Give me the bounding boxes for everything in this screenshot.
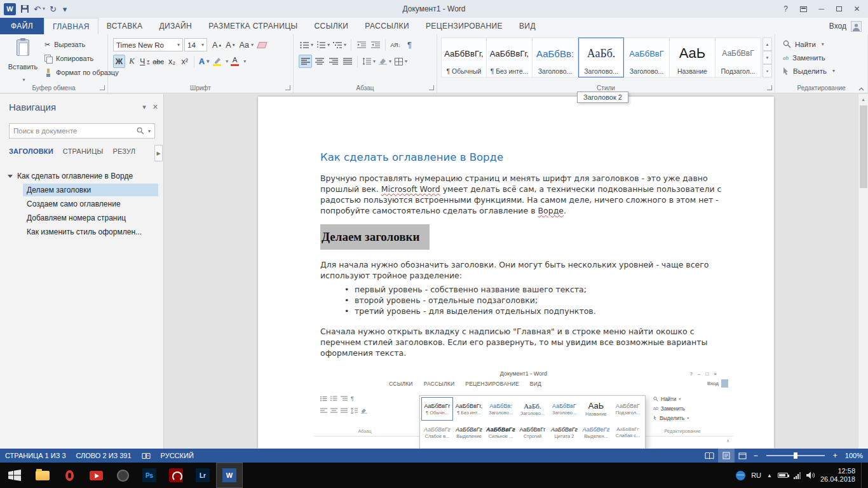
web-layout-icon[interactable]	[735, 449, 751, 463]
chevron-down-icon[interactable]: ▾	[177, 42, 180, 48]
ribbon-tab[interactable]: ВИД	[511, 18, 544, 34]
ribbon-tab[interactable]: РАЗМЕТКА СТРАНИЦЫ	[200, 18, 306, 34]
line-spacing-button[interactable]: ▾	[361, 55, 377, 68]
tree-root-item[interactable]: Как сделать оглавление в Ворде	[0, 169, 163, 184]
photoshop-icon[interactable]: Ps	[136, 463, 163, 488]
tree-item[interactable]: Добавляем номера страниц	[23, 212, 158, 224]
zoom-level[interactable]: 100%	[840, 449, 868, 463]
clear-formatting-button[interactable]	[256, 38, 268, 51]
tree-item[interactable]: Как изменить стиль оформлен...	[23, 226, 158, 238]
subscript-button[interactable]: x₂	[166, 55, 178, 68]
text-effects-button[interactable]: А▾	[198, 55, 210, 68]
style-item[interactable]: АаБбВвГ Заголово...	[624, 37, 670, 78]
align-left-button[interactable]	[299, 55, 312, 68]
justify-button[interactable]	[341, 55, 354, 68]
borders-button[interactable]: ▾	[393, 55, 409, 68]
bullets-button[interactable]: ▾	[299, 38, 315, 51]
increase-indent-button[interactable]	[369, 38, 382, 51]
vertical-scrollbar[interactable]: ▲	[858, 94, 868, 449]
ribbon-tab[interactable]: ДИЗАЙН	[151, 18, 200, 34]
shading-button[interactable]: ▾	[377, 55, 393, 68]
globe-icon[interactable]	[736, 471, 745, 480]
print-layout-icon[interactable]	[718, 449, 735, 463]
style-item[interactable]: АаЬ Название	[670, 37, 715, 78]
pane-close-icon[interactable]: ✕	[153, 103, 158, 111]
chevron-down-icon[interactable]: ▾	[243, 58, 246, 64]
gallery-more-icon[interactable]: ▾	[763, 64, 772, 78]
media-app-icon[interactable]	[109, 463, 136, 488]
font-size-select[interactable]: 14▾	[184, 38, 207, 51]
proofing-status[interactable]	[137, 449, 156, 463]
search-options-icon[interactable]: ▾	[148, 128, 151, 134]
word-count[interactable]: СЛОВО 2 ИЗ 391	[71, 449, 137, 463]
ribbon-tab[interactable]: ВСТАВКА	[98, 18, 151, 34]
word-icon[interactable]: W	[216, 463, 243, 488]
sort-button[interactable]: АЯ↓	[389, 38, 402, 51]
italic-button[interactable]: К	[126, 55, 138, 68]
volume-icon[interactable]	[806, 471, 815, 479]
collapse-ribbon-icon[interactable]	[858, 87, 864, 91]
numbering-button[interactable]: ▾	[315, 38, 331, 51]
ribbon-tab[interactable]: ССЫЛКИ	[306, 18, 357, 34]
read-mode-icon[interactable]	[702, 449, 718, 463]
style-item[interactable]: АаБб. Заголово...	[578, 37, 624, 78]
tree-item[interactable]: Создаем само оглавление	[23, 198, 158, 210]
multilevel-list-button[interactable]: ▾	[332, 38, 348, 51]
selected-heading-text[interactable]: Делаем заголовки	[320, 224, 430, 250]
avatar[interactable]	[851, 21, 862, 32]
ribbon-tab[interactable]: РАССЫЛКИ	[356, 18, 417, 34]
lightroom-icon[interactable]: Lr	[189, 463, 216, 488]
scroll-up-icon[interactable]: ▲	[858, 94, 868, 104]
document-search-input[interactable]: Поиск в документе ▾	[9, 123, 155, 139]
find-button[interactable]: Найти▾	[783, 39, 824, 50]
youtube-icon[interactable]	[83, 463, 109, 488]
gallery-scroll-up-icon[interactable]: ▲	[763, 37, 772, 51]
zoom-out-icon[interactable]: −	[751, 451, 761, 460]
ribbon-display-options-icon[interactable]	[795, 1, 812, 17]
decrease-indent-button[interactable]	[355, 38, 368, 51]
minimize-icon[interactable]: ─	[813, 1, 830, 17]
font-family-select[interactable]: Times New Ro▾	[113, 38, 183, 51]
search-icon[interactable]	[137, 127, 144, 135]
collapse-triangle-icon[interactable]	[8, 175, 13, 178]
start-button[interactable]	[0, 463, 29, 488]
replace-button[interactable]: ab Заменить	[783, 52, 825, 63]
customize-qat-icon[interactable]: ▾	[63, 5, 67, 13]
save-icon[interactable]	[20, 4, 29, 13]
undo-dropdown-icon[interactable]: ▾	[43, 6, 45, 11]
network-signal-icon[interactable]	[794, 472, 801, 479]
chevron-down-icon[interactable]: ▾	[226, 58, 228, 64]
close-icon[interactable]: ✕	[848, 1, 865, 17]
paste-button[interactable]: Вставить ▾	[5, 37, 41, 85]
align-center-button[interactable]	[313, 55, 326, 68]
select-button[interactable]: Выделить▾	[783, 65, 835, 76]
show-paragraph-marks-button[interactable]: ¶	[403, 38, 416, 51]
style-item[interactable]: АаБбВвГг, ¶ Без инте...	[487, 37, 532, 78]
word-app-icon[interactable]: W	[4, 3, 16, 15]
grow-font-button[interactable]: А▲	[211, 38, 223, 51]
zoom-slider[interactable]	[766, 455, 825, 456]
help-icon[interactable]: ?	[777, 1, 794, 17]
battery-icon[interactable]	[778, 473, 788, 478]
explorer-icon[interactable]	[29, 463, 56, 488]
nav-tab[interactable]: РЕЗУЛ	[112, 147, 135, 157]
pane-options-icon[interactable]: ▾	[142, 103, 146, 111]
nav-tabs-overflow-icon[interactable]: ▶	[154, 145, 163, 161]
bold-button[interactable]: Ж	[113, 55, 125, 68]
paragraph-dialog-launcher-icon[interactable]	[429, 85, 434, 90]
font-dialog-launcher-icon[interactable]	[285, 85, 290, 90]
clock[interactable]: 12:58 26.04.2018	[820, 467, 855, 484]
undo-icon[interactable]: ↶▾	[34, 5, 45, 13]
clipboard-dialog-launcher-icon[interactable]	[100, 85, 105, 90]
style-item[interactable]: АаБбВв: Заголово...	[532, 37, 578, 78]
show-hidden-icons[interactable]: ▲	[767, 473, 772, 478]
acrobat-icon[interactable]	[163, 463, 189, 488]
align-right-button[interactable]	[327, 55, 340, 68]
show-desktop-button[interactable]	[861, 463, 866, 488]
language-indicator[interactable]: РУССКИЙ	[156, 449, 199, 463]
nav-tab[interactable]: ЗАГОЛОВКИ	[9, 147, 53, 157]
document-page[interactable]: Как сделать оглавление в Ворде Вручную п…	[258, 97, 774, 449]
change-case-button[interactable]: Аа▾	[238, 38, 255, 51]
zoom-slider-thumb[interactable]	[794, 452, 797, 459]
ribbon-tab[interactable]: ГЛАВНАЯ	[44, 18, 98, 34]
